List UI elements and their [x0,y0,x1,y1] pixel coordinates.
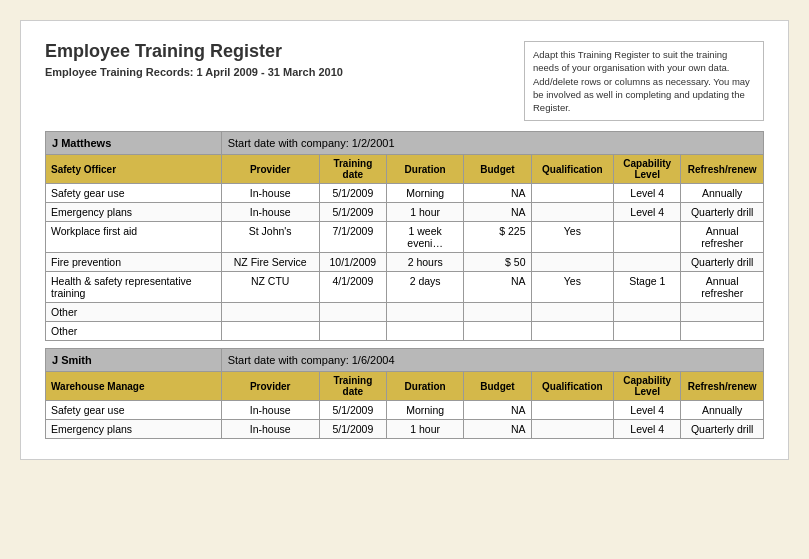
table-row: Workplace first aid St John's 7/1/2009 1… [46,222,764,253]
capability: Level 4 [614,401,681,420]
table-row: Safety gear use In-house 5/1/2009 Mornin… [46,401,764,420]
col-header-budget: Budget [464,155,531,184]
activity: Other [46,322,222,341]
page-title: Employee Training Register [45,41,343,62]
duration: 1 hour [386,420,463,439]
provider: In-house [221,184,319,203]
employee-name: J Smith [46,349,222,372]
capability: Level 4 [614,184,681,203]
budget: $ 225 [464,222,531,253]
col-header-provider: Provider [221,372,319,401]
training-date [319,303,386,322]
qualification [531,203,614,222]
provider: In-house [221,401,319,420]
col-header-role: Safety Officer [46,155,222,184]
capability: Level 4 [614,203,681,222]
duration: 2 days [386,272,463,303]
budget: $ 50 [464,253,531,272]
subtitle: Employee Training Records: 1 April 2009 … [45,66,343,78]
refresh: Annual refresher [681,222,764,253]
duration: 1 week eveni… [386,222,463,253]
activity: Safety gear use [46,184,222,203]
col-header-capability: Capability Level [614,372,681,401]
budget: NA [464,401,531,420]
training-date: 5/1/2009 [319,420,386,439]
employee-header-row: J Matthews Start date with company: 1/2/… [46,132,764,155]
employee-name: J Matthews [46,132,222,155]
qualification [531,184,614,203]
activity: Other [46,303,222,322]
refresh: Annual refresher [681,272,764,303]
employee-header-row: J Smith Start date with company: 1/6/200… [46,349,764,372]
duration [386,303,463,322]
title-block: Employee Training Register Employee Trai… [45,41,343,78]
training-date: 4/1/2009 [319,272,386,303]
budget: NA [464,272,531,303]
provider: NZ CTU [221,272,319,303]
capability [614,303,681,322]
refresh [681,303,764,322]
provider [221,322,319,341]
activity: Workplace first aid [46,222,222,253]
capability: Stage 1 [614,272,681,303]
table-row: Other [46,322,764,341]
refresh: Quarterly drill [681,420,764,439]
budget: NA [464,184,531,203]
activity: Emergency plans [46,420,222,439]
provider: In-house [221,203,319,222]
col-header-qualification: Qualification [531,372,614,401]
provider [221,303,319,322]
col-header-refresh: Refresh/renew [681,155,764,184]
col-header-row: Safety Officer Provider Training date Du… [46,155,764,184]
capability [614,322,681,341]
training-date: 7/1/2009 [319,222,386,253]
capability [614,222,681,253]
capability: Level 4 [614,420,681,439]
training-table: J Matthews Start date with company: 1/2/… [45,131,764,439]
refresh: Annually [681,401,764,420]
col-header-row: Warehouse Manage Provider Training date … [46,372,764,401]
training-date: 5/1/2009 [319,184,386,203]
table-row: Fire prevention NZ Fire Service 10/1/200… [46,253,764,272]
qualification [531,253,614,272]
activity: Emergency plans [46,203,222,222]
training-date: 5/1/2009 [319,401,386,420]
duration: 1 hour [386,203,463,222]
qualification: Yes [531,222,614,253]
refresh [681,322,764,341]
col-header-duration: Duration [386,155,463,184]
provider: NZ Fire Service [221,253,319,272]
duration [386,322,463,341]
subtitle-text: Employee Training Records: 1 April 2009 … [45,66,343,78]
col-header-duration: Duration [386,372,463,401]
qualification [531,420,614,439]
col-header-provider: Provider [221,155,319,184]
refresh: Quarterly drill [681,203,764,222]
refresh: Quarterly drill [681,253,764,272]
table-row: Health & safety representative training … [46,272,764,303]
qualification [531,401,614,420]
training-date [319,322,386,341]
col-header-role: Warehouse Manage [46,372,222,401]
activity: Fire prevention [46,253,222,272]
col-header-capability: Capability Level [614,155,681,184]
qualification: Yes [531,272,614,303]
refresh: Annually [681,184,764,203]
employee-start: Start date with company: 1/2/2001 [221,132,763,155]
table-row: Emergency plans In-house 5/1/2009 1 hour… [46,420,764,439]
table-row: Emergency plans In-house 5/1/2009 1 hour… [46,203,764,222]
col-header-qualification: Qualification [531,155,614,184]
activity: Health & safety representative training [46,272,222,303]
training-date: 10/1/2009 [319,253,386,272]
qualification [531,303,614,322]
budget: NA [464,420,531,439]
capability [614,253,681,272]
budget: NA [464,203,531,222]
col-header-budget: Budget [464,372,531,401]
activity: Safety gear use [46,401,222,420]
info-text: Adapt this Training Register to suit the… [533,49,750,113]
table-row: Safety gear use In-house 5/1/2009 Mornin… [46,184,764,203]
col-header-training-date: Training date [319,155,386,184]
training-date: 5/1/2009 [319,203,386,222]
duration: 2 hours [386,253,463,272]
